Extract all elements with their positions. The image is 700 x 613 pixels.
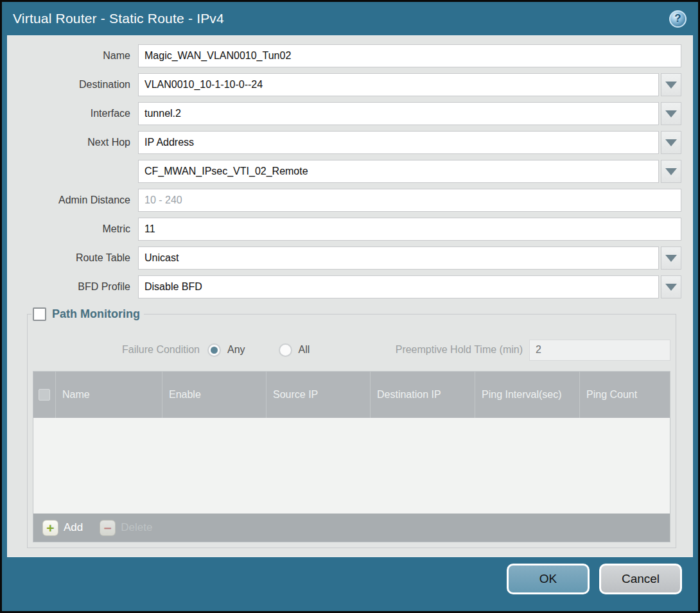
chevron-down-icon (665, 255, 677, 262)
bfd-profile-label: BFD Profile (14, 281, 138, 293)
help-icon[interactable]: ? (669, 10, 687, 28)
table-header-source-ip[interactable]: Source IP (266, 372, 370, 418)
table-header-row: Name Enable Source IP Destination IP Pin… (33, 372, 670, 418)
table-header-enable[interactable]: Enable (162, 372, 266, 418)
path-monitoring-legend-text: Path Monitoring (52, 307, 140, 321)
plus-icon: + (42, 520, 58, 536)
form-row-metric: Metric (14, 218, 681, 241)
path-monitoring-legend: Path Monitoring (31, 307, 144, 321)
destination-dropdown-button[interactable] (661, 73, 681, 96)
delete-button[interactable]: − Delete (100, 520, 152, 536)
failure-condition-all-label: All (299, 344, 310, 356)
dialog-footer: OK Cancel (2, 557, 698, 611)
next-hop-address-input[interactable] (138, 160, 659, 183)
preemptive-hold-time-input[interactable] (529, 340, 670, 361)
form-row-next-hop-address (14, 160, 681, 183)
dialog-titlebar: Virtual Router - Static Route - IPv4 ? (2, 2, 698, 35)
chevron-down-icon (665, 284, 677, 291)
table-footer-bar: + Add − Delete (33, 514, 670, 542)
failure-condition-label: Failure Condition (33, 344, 207, 356)
cancel-button[interactable]: Cancel (599, 564, 682, 594)
metric-input[interactable] (138, 218, 681, 241)
next-hop-type-input[interactable] (138, 131, 659, 154)
name-input[interactable] (138, 44, 681, 67)
table-header-checkbox-cell (33, 372, 55, 418)
chevron-down-icon (665, 110, 677, 117)
next-hop-address-dropdown-button[interactable] (661, 160, 681, 183)
add-button-label: Add (64, 521, 83, 534)
chevron-down-icon (665, 139, 677, 146)
dialog-content: Name Destination Interface (7, 35, 693, 557)
path-monitoring-section: Path Monitoring Failure Condition Any Al… (27, 307, 676, 548)
form-row-route-table: Route Table (14, 246, 681, 270)
form-row-next-hop: Next Hop (14, 131, 681, 154)
chevron-down-icon (665, 168, 677, 175)
form-row-bfd-profile: BFD Profile (14, 275, 681, 298)
bfd-profile-dropdown-button[interactable] (661, 275, 681, 298)
admin-distance-input[interactable] (138, 189, 681, 212)
path-monitoring-checkbox[interactable] (33, 307, 46, 321)
interface-label: Interface (14, 108, 138, 119)
form-row-name: Name (14, 44, 681, 67)
dialog-title: Virtual Router - Static Route - IPv4 (13, 11, 669, 26)
failure-condition-row: Failure Condition Any All Preemptive Hol… (33, 339, 670, 361)
failure-condition-all-radio[interactable] (279, 343, 292, 357)
interface-dropdown-button[interactable] (661, 102, 681, 125)
form-row-destination: Destination (14, 73, 681, 96)
table-header-ping-count[interactable]: Ping Count (579, 372, 670, 418)
next-hop-label: Next Hop (14, 137, 138, 148)
table-header-name[interactable]: Name (55, 372, 162, 418)
destination-input[interactable] (138, 73, 659, 96)
failure-condition-any-label: Any (227, 344, 245, 356)
next-hop-type-dropdown-button[interactable] (661, 131, 681, 154)
preemptive-hold-time-label: Preemptive Hold Time (min) (396, 344, 529, 356)
table-header-ping-interval[interactable]: Ping Interval(sec) (475, 372, 579, 418)
route-table-dropdown-button[interactable] (661, 246, 681, 270)
form-row-interface: Interface (14, 102, 681, 125)
table-body-empty (33, 418, 670, 514)
destination-label: Destination (14, 79, 138, 91)
admin-distance-label: Admin Distance (14, 194, 138, 206)
table-header-destination-ip[interactable]: Destination IP (370, 372, 475, 418)
path-monitoring-table: Name Enable Source IP Destination IP Pin… (33, 371, 670, 514)
metric-label: Metric (14, 223, 138, 235)
select-all-checkbox[interactable] (39, 389, 50, 401)
add-button[interactable]: + Add (42, 520, 83, 536)
bfd-profile-input[interactable] (138, 275, 659, 298)
radio-selected-dot-icon (211, 347, 218, 354)
chevron-down-icon (665, 82, 677, 89)
delete-button-label: Delete (121, 521, 152, 534)
interface-input[interactable] (138, 102, 659, 125)
failure-condition-any-radio[interactable] (207, 343, 221, 357)
route-table-input[interactable] (138, 246, 659, 270)
static-route-dialog: Virtual Router - Static Route - IPv4 ? N… (2, 2, 698, 611)
route-table-label: Route Table (14, 252, 138, 264)
form-row-admin-distance: Admin Distance (14, 189, 681, 212)
minus-icon: − (100, 520, 116, 536)
ok-button[interactable]: OK (507, 564, 590, 594)
name-label: Name (14, 50, 138, 62)
